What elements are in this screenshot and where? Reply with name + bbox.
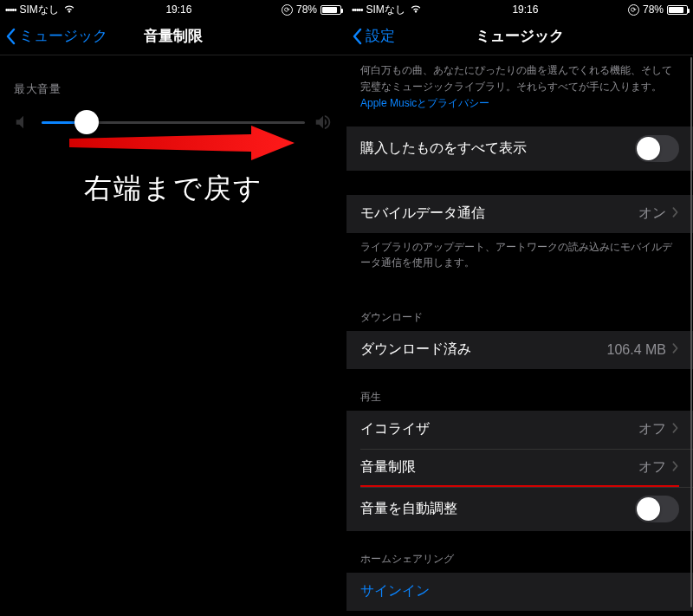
carrier-label: SIMなし [20,3,59,17]
cell-label: モバイルデータ通信 [360,204,638,223]
cell-label: 音量制限 [360,458,638,477]
cell-value: 106.4 MB [607,342,666,358]
chevron-right-icon [671,204,679,223]
status-bar: SIMなし 19:16 ⟳ 78% [346,0,693,17]
speaker-high-icon [314,113,333,132]
wifi-icon [409,3,423,16]
left-phone: SIMなし 19:16 ⟳ 78% ミュージック 音量制限 最大音量 [0,0,346,616]
row-downloaded[interactable]: ダウンロード済み 106.4 MB [346,331,693,369]
row-show-all-purchased[interactable]: 購入したものをすべて表示 [346,126,693,171]
toggle-show-all-purchased[interactable] [635,135,679,162]
page-title: 音量制限 [0,26,346,46]
nav-bar: 設定 ミュージック [346,17,693,55]
wifi-icon [62,3,76,16]
section-header-max-volume: 最大音量 [0,55,346,104]
signal-icon [352,3,363,16]
nav-bar: ミュージック 音量制限 [0,17,346,55]
group-header-playback: 再生 [346,369,693,411]
cell-label: ダウンロード済み [360,340,607,359]
battery-pct: 78% [643,3,664,16]
slider-thumb[interactable] [74,110,99,134]
carrier-label: SIMなし [366,3,405,17]
rotation-lock-icon: ⟳ [628,4,639,16]
volume-slider-row [0,104,346,140]
status-bar: SIMなし 19:16 ⟳ 78% [0,0,346,17]
row-mobile-data[interactable]: モバイルデータ通信 オン [346,195,693,233]
battery-pct: 78% [296,3,317,16]
description-text: 何白万もの曲、あなたにぴったりの曲を選んでくれる機能、そして完璧なミュージックラ… [360,64,672,93]
privacy-link[interactable]: Apple Musicとプライバシー [360,97,489,109]
speaker-low-icon [14,113,33,132]
clock: 19:16 [165,3,191,16]
cell-value: オン [638,204,666,223]
scrollbar[interactable] [690,57,692,607]
toggle-sound-check[interactable] [635,496,679,522]
battery-icon [321,5,341,15]
cell-label: イコライザ [360,420,638,438]
row-volume-limit[interactable]: 音量制限 オフ [346,449,693,487]
page-title: ミュージック [346,26,693,46]
group-header-home-sharing: ホームシェアリング [346,531,693,573]
cell-label: 音量を自動調整 [360,500,635,518]
annotation-text: 右端まで戻す [0,170,346,208]
cell-label: 購入したものをすべて表示 [360,139,635,158]
row-sound-check[interactable]: 音量を自動調整 [346,487,693,531]
mobile-data-footnote: ライブラリのアップデート、アートワークの読み込みにモバイルデータ通信を使用します… [346,233,693,289]
signal-icon [5,3,16,16]
clock: 19:16 [512,3,538,16]
row-equalizer[interactable]: イコライザ オフ [346,411,693,449]
battery-icon [667,5,688,15]
cell-label: サインイン [360,582,679,600]
chevron-right-icon [671,458,679,477]
right-phone: SIMなし 19:16 ⟳ 78% 設定 ミュージック 何白万もの曲、あなたにぴ… [346,0,693,616]
cell-value: オフ [638,420,666,438]
home-sharing-footnote: ホームシェアリングを使用するにはApple IDが必要です。 [346,611,693,616]
group-header-downloads: ダウンロード [346,289,693,331]
cell-value: オフ [638,458,666,477]
rotation-lock-icon: ⟳ [282,4,293,16]
row-sign-in[interactable]: サインイン [346,573,693,611]
volume-slider[interactable] [42,121,305,124]
chevron-right-icon [671,420,679,438]
chevron-right-icon [671,340,679,359]
apple-music-description: 何白万もの曲、あなたにぴったりの曲を選んでくれる機能、そして完璧なミュージックラ… [346,55,693,126]
